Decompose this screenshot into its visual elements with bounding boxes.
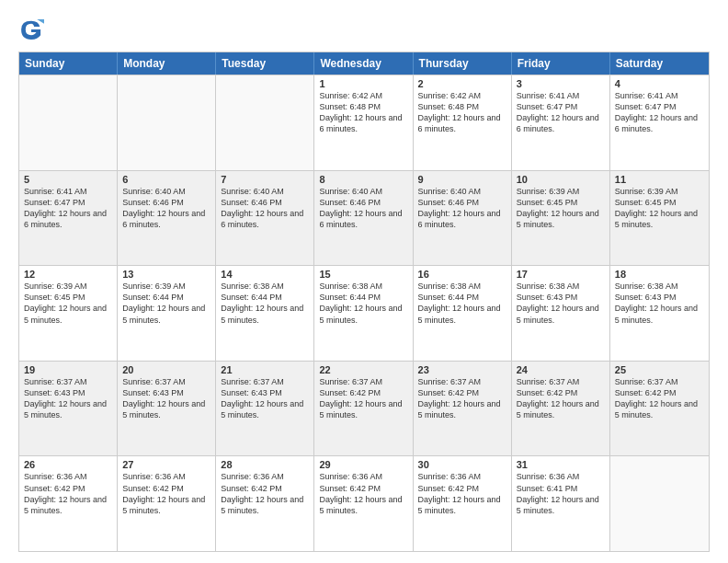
cal-cell-23: 23Sunrise: 6:37 AMSunset: 6:42 PMDayligh… [414,362,512,456]
day-number: 23 [418,364,506,375]
cal-cell-25: 25Sunrise: 6:37 AMSunset: 6:42 PMDayligh… [610,362,709,456]
cell-details: Sunrise: 6:38 AMSunset: 6:44 PMDaylight:… [221,281,309,326]
day-number: 25 [615,364,704,375]
cal-cell-14: 14Sunrise: 6:38 AMSunset: 6:44 PMDayligh… [216,266,314,361]
day-number: 20 [122,364,210,375]
day-number: 26 [24,459,112,470]
day-number: 18 [615,269,704,280]
page: SundayMondayTuesdayWednesdayThursdayFrid… [0,0,728,563]
cell-details: Sunrise: 6:39 AMSunset: 6:45 PMDaylight:… [24,281,112,326]
cal-cell-6: 6Sunrise: 6:40 AMSunset: 6:46 PMDaylight… [118,171,216,266]
cal-cell-12: 12Sunrise: 6:39 AMSunset: 6:45 PMDayligh… [19,266,118,361]
cal-cell-10: 10Sunrise: 6:39 AMSunset: 6:45 PMDayligh… [512,171,610,266]
day-number: 19 [24,364,112,375]
cal-cell-1: 1Sunrise: 6:42 AMSunset: 6:48 PMDaylight… [314,75,413,170]
day-number: 13 [122,269,210,280]
cell-details: Sunrise: 6:37 AMSunset: 6:43 PMDaylight:… [122,376,210,421]
cell-details: Sunrise: 6:40 AMSunset: 6:46 PMDaylight:… [418,186,506,231]
cal-header-friday: Friday [512,52,610,75]
cell-details: Sunrise: 6:38 AMSunset: 6:43 PMDaylight:… [615,281,704,326]
calendar: SundayMondayTuesdayWednesdayThursdayFrid… [18,52,710,552]
cell-details: Sunrise: 6:36 AMSunset: 6:41 PMDaylight:… [517,471,605,516]
cell-details: Sunrise: 6:41 AMSunset: 6:47 PMDaylight:… [24,186,112,231]
cell-details: Sunrise: 6:42 AMSunset: 6:48 PMDaylight:… [418,90,506,135]
cell-details: Sunrise: 6:40 AMSunset: 6:46 PMDaylight:… [122,186,210,231]
calendar-body: 1Sunrise: 6:42 AMSunset: 6:48 PMDaylight… [19,75,709,551]
cal-cell-2: 2Sunrise: 6:42 AMSunset: 6:48 PMDaylight… [414,75,512,170]
day-number: 28 [221,459,309,470]
cal-cell-5: 5Sunrise: 6:41 AMSunset: 6:47 PMDaylight… [19,171,118,266]
cal-cell-15: 15Sunrise: 6:38 AMSunset: 6:44 PMDayligh… [314,266,413,361]
cal-cell-18: 18Sunrise: 6:38 AMSunset: 6:43 PMDayligh… [610,266,709,361]
cell-details: Sunrise: 6:39 AMSunset: 6:45 PMDaylight:… [615,186,704,231]
cell-details: Sunrise: 6:38 AMSunset: 6:44 PMDaylight:… [319,281,407,326]
day-number: 22 [319,364,407,375]
cal-cell-30: 30Sunrise: 6:36 AMSunset: 6:42 PMDayligh… [414,456,512,551]
cal-cell-empty-0-1 [118,75,216,170]
day-number: 21 [221,364,309,375]
cell-details: Sunrise: 6:37 AMSunset: 6:43 PMDaylight:… [221,376,309,421]
day-number: 10 [517,174,605,185]
day-number: 3 [517,78,605,89]
day-number: 8 [319,174,407,185]
calendar-header-row: SundayMondayTuesdayWednesdayThursdayFrid… [19,52,709,75]
day-number: 16 [418,269,506,280]
day-number: 31 [517,459,605,470]
cal-cell-26: 26Sunrise: 6:36 AMSunset: 6:42 PMDayligh… [19,456,118,551]
cell-details: Sunrise: 6:39 AMSunset: 6:44 PMDaylight:… [122,281,210,326]
cal-header-tuesday: Tuesday [216,52,314,75]
cal-header-thursday: Thursday [414,52,512,75]
cell-details: Sunrise: 6:36 AMSunset: 6:42 PMDaylight:… [24,471,112,516]
cell-details: Sunrise: 6:42 AMSunset: 6:48 PMDaylight:… [319,90,407,135]
day-number: 1 [319,78,407,89]
cal-cell-empty-0-2 [216,75,314,170]
day-number: 14 [221,269,309,280]
cell-details: Sunrise: 6:38 AMSunset: 6:44 PMDaylight:… [418,281,506,326]
cal-cell-21: 21Sunrise: 6:37 AMSunset: 6:43 PMDayligh… [216,362,314,456]
day-number: 9 [418,174,506,185]
day-number: 6 [122,174,210,185]
day-number: 24 [517,364,605,375]
cell-details: Sunrise: 6:37 AMSunset: 6:42 PMDaylight:… [319,376,407,421]
cal-cell-29: 29Sunrise: 6:36 AMSunset: 6:42 PMDayligh… [314,456,413,551]
cal-header-saturday: Saturday [610,52,709,75]
cal-cell-24: 24Sunrise: 6:37 AMSunset: 6:42 PMDayligh… [512,362,610,456]
cal-row-2: 12Sunrise: 6:39 AMSunset: 6:45 PMDayligh… [19,265,709,361]
cal-cell-27: 27Sunrise: 6:36 AMSunset: 6:42 PMDayligh… [118,456,216,551]
day-number: 17 [517,269,605,280]
day-number: 15 [319,269,407,280]
cal-cell-19: 19Sunrise: 6:37 AMSunset: 6:43 PMDayligh… [19,362,118,456]
cal-cell-11: 11Sunrise: 6:39 AMSunset: 6:45 PMDayligh… [610,171,709,266]
cal-cell-empty-0-0 [19,75,118,170]
cal-row-3: 19Sunrise: 6:37 AMSunset: 6:43 PMDayligh… [19,361,709,456]
cal-header-wednesday: Wednesday [314,52,413,75]
cal-cell-16: 16Sunrise: 6:38 AMSunset: 6:44 PMDayligh… [414,266,512,361]
day-number: 2 [418,78,506,89]
cell-details: Sunrise: 6:36 AMSunset: 6:42 PMDaylight:… [122,471,210,516]
header [18,17,710,42]
logo-icon [18,17,44,42]
cal-cell-9: 9Sunrise: 6:40 AMSunset: 6:46 PMDaylight… [414,171,512,266]
cal-row-0: 1Sunrise: 6:42 AMSunset: 6:48 PMDaylight… [19,75,709,170]
day-number: 27 [122,459,210,470]
cell-details: Sunrise: 6:37 AMSunset: 6:43 PMDaylight:… [24,376,112,421]
day-number: 12 [24,269,112,280]
cell-details: Sunrise: 6:40 AMSunset: 6:46 PMDaylight:… [319,186,407,231]
cell-details: Sunrise: 6:39 AMSunset: 6:45 PMDaylight:… [517,186,605,231]
cell-details: Sunrise: 6:41 AMSunset: 6:47 PMDaylight:… [517,90,605,135]
cal-cell-4: 4Sunrise: 6:41 AMSunset: 6:47 PMDaylight… [610,75,709,170]
cal-cell-13: 13Sunrise: 6:39 AMSunset: 6:44 PMDayligh… [118,266,216,361]
day-number: 7 [221,174,309,185]
logo [18,17,48,42]
cell-details: Sunrise: 6:36 AMSunset: 6:42 PMDaylight:… [418,471,506,516]
cal-cell-22: 22Sunrise: 6:37 AMSunset: 6:42 PMDayligh… [314,362,413,456]
day-number: 11 [615,174,704,185]
cell-details: Sunrise: 6:37 AMSunset: 6:42 PMDaylight:… [615,376,704,421]
cal-cell-3: 3Sunrise: 6:41 AMSunset: 6:47 PMDaylight… [512,75,610,170]
cell-details: Sunrise: 6:40 AMSunset: 6:46 PMDaylight:… [221,186,309,231]
cal-cell-31: 31Sunrise: 6:36 AMSunset: 6:41 PMDayligh… [512,456,610,551]
cal-header-monday: Monday [118,52,216,75]
cal-header-sunday: Sunday [19,52,118,75]
cell-details: Sunrise: 6:37 AMSunset: 6:42 PMDaylight:… [517,376,605,421]
day-number: 5 [24,174,112,185]
